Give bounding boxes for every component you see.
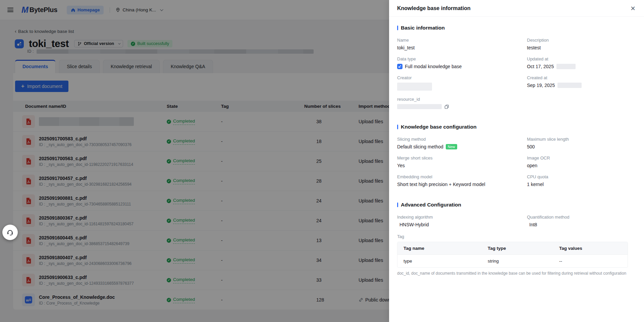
tag-values-value: -- bbox=[553, 259, 628, 264]
headset-icon bbox=[6, 228, 14, 236]
field-creator: Creator bbox=[397, 75, 527, 91]
field-description: Description testest bbox=[527, 38, 628, 50]
section-advanced-configuration: Advanced Configuration bbox=[397, 202, 628, 208]
tag-table-header: Tag name Tag type Tag values bbox=[397, 242, 628, 255]
field-updated-at: Updated at Oct 17, 2025 bbox=[527, 56, 628, 69]
section-accent-bar bbox=[397, 202, 398, 207]
support-floating-button[interactable] bbox=[2, 225, 18, 240]
field-image-ocr: Image OCR open bbox=[527, 155, 628, 168]
field-max-slice-length: Maximum slice length 500 bbox=[527, 137, 628, 149]
tag-table-row: type string -- bbox=[397, 255, 628, 267]
field-slicing-method: Slicing method Default slicing methodNew bbox=[397, 137, 527, 149]
field-quantification-method: Quantification method Int8 bbox=[527, 215, 628, 227]
field-data-type: Data type Full modal knowledge base bbox=[397, 56, 527, 69]
field-created-at: Created at Sep 19, 2025 bbox=[527, 75, 628, 91]
field-embedding-model: Embedding model Short text high precisio… bbox=[397, 174, 527, 187]
panel-title: Knowledge base information bbox=[397, 5, 471, 11]
field-name: Name toki_test bbox=[397, 38, 527, 50]
section-basic-information: Basic information bbox=[397, 25, 628, 31]
tag-section-label: Tag bbox=[397, 234, 628, 239]
section-accent-bar bbox=[397, 125, 398, 129]
panel-header: Knowledge base information × bbox=[389, 0, 644, 17]
redacted-creator bbox=[397, 83, 432, 91]
close-icon[interactable]: × bbox=[631, 4, 635, 12]
knowledge-base-info-panel: Knowledge base information × Basic infor… bbox=[389, 0, 644, 322]
redacted-time bbox=[557, 83, 582, 88]
tag-footnote: doc_id, doc_name of documents transmitte… bbox=[397, 271, 628, 276]
section-kb-configuration: Knowledge base configuration bbox=[397, 124, 628, 130]
screen: M BytePlus Homepage China (Hong K... ‹Ba… bbox=[0, 0, 644, 322]
redacted-resource-id bbox=[397, 104, 442, 109]
section-accent-bar bbox=[397, 26, 398, 30]
redacted-time bbox=[556, 64, 576, 69]
tag-name-value: type bbox=[397, 259, 482, 264]
tag-table: Tag name Tag type Tag values type string… bbox=[397, 242, 628, 268]
field-resource-id: resource_id bbox=[397, 97, 527, 109]
tag-type-value: string bbox=[482, 259, 553, 264]
new-badge: New bbox=[446, 144, 457, 149]
field-cpu-quota: CPU quota 1 kernel bbox=[527, 174, 628, 187]
field-merge-short-slices: Merge short slices Yes bbox=[397, 155, 527, 168]
panel-body: Basic information Name toki_test Descrip… bbox=[389, 17, 644, 284]
knowledge-base-icon bbox=[397, 64, 402, 69]
field-indexing-algorithm: Indexing algorithm HNSW-Hybrid bbox=[397, 215, 527, 227]
copy-icon[interactable] bbox=[444, 104, 449, 109]
